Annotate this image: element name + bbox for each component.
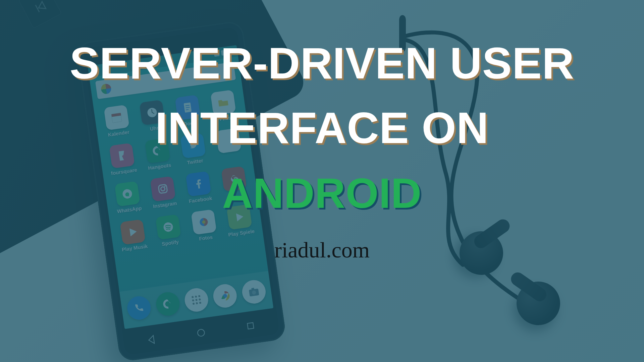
site-credit: riadul.com xyxy=(274,239,370,261)
headline-line-3: ANDROID xyxy=(222,171,422,216)
headline-line-1: SERVER-DRIVEN USER xyxy=(70,40,575,87)
headline-block: SERVER-DRIVEN USER INTERFACE ON ANDROID … xyxy=(0,0,644,362)
headline-line-2: INTERFACE ON xyxy=(155,105,489,152)
